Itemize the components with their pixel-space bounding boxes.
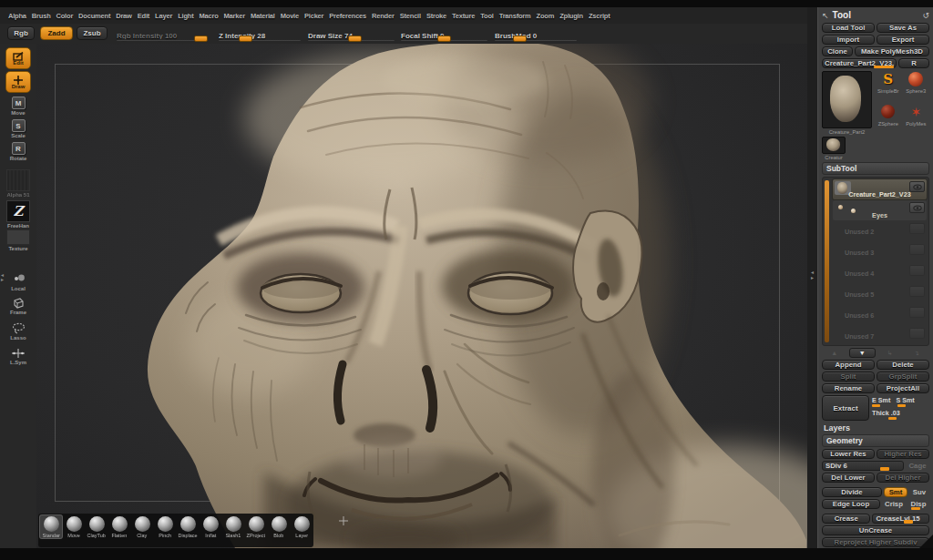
menu-item-zplugin[interactable]: Zplugin [559, 12, 583, 20]
subtool-item-unused2[interactable]: Unused 2 [833, 221, 927, 241]
brush-blob[interactable]: Blob [268, 515, 290, 538]
zsub-button[interactable]: Zsub [77, 26, 108, 40]
z-intensity-slider[interactable]: Z Intensity 28 [219, 25, 301, 42]
menu-item-marker[interactable]: Marker [224, 12, 245, 20]
menu-item-preferences[interactable]: Preferences [329, 12, 366, 20]
visibility-eye-icon[interactable] [909, 223, 925, 234]
draw-size-slider[interactable]: Draw Size 74 [308, 25, 395, 42]
import-button[interactable]: Import [822, 35, 875, 45]
subtool-item-unused3[interactable]: Unused 3 [833, 242, 927, 262]
subtool-item-creature[interactable]: Creature_Part2_V23 [833, 179, 927, 199]
focal-shift-slider[interactable]: Focal Shift 0 [401, 25, 487, 42]
crease-button[interactable]: Crease [822, 514, 870, 524]
document-canvas[interactable]: Standar Move ClayTub Flatten Clay Pinch [36, 44, 807, 548]
split-button[interactable]: Split [822, 372, 875, 382]
edit-mode-button[interactable]: Edit [5, 47, 32, 69]
move-mode-button[interactable]: M Move [5, 97, 32, 116]
sculpt-viewport[interactable] [36, 44, 807, 548]
visibility-eye-icon[interactable] [909, 265, 925, 276]
reproject-higher-subdiv-button[interactable]: Reproject Higher Subdiv [822, 537, 929, 547]
menu-item-brush[interactable]: Brush [32, 12, 51, 20]
brush-move[interactable]: Move [63, 515, 85, 538]
brush-layer[interactable]: Layer [291, 515, 313, 538]
tool-polymesh[interactable]: ✶ PolyMes [903, 104, 930, 136]
subtool-section-header[interactable]: SubTool [822, 162, 929, 175]
lower-res-button[interactable]: Lower Res [822, 449, 875, 459]
menu-item-transform[interactable]: Transform [499, 12, 531, 20]
make-polymesh3d-button[interactable]: Make PolyMesh3D [855, 46, 929, 56]
clone-button[interactable]: Clone [822, 46, 853, 56]
menu-item-material[interactable]: Material [251, 12, 275, 20]
frame-button[interactable]: Frame [5, 297, 32, 315]
brush-standard[interactable]: Standar [40, 515, 62, 538]
extract-button[interactable]: Extract [822, 395, 869, 421]
menu-item-stroke[interactable]: Stroke [426, 12, 446, 20]
rgb-intensity-slider[interactable]: Rgb Intensity 100 [117, 25, 208, 42]
menu-item-zscript[interactable]: Zscript [589, 12, 610, 20]
visibility-eye-icon[interactable] [909, 307, 925, 318]
uncrease-button[interactable]: UnCrease [822, 525, 929, 535]
brush-flatten[interactable]: Flatten [108, 515, 130, 538]
brush-pinch[interactable]: Pinch [154, 515, 176, 538]
disp-slider[interactable]: Disp [907, 499, 929, 509]
slider-handle[interactable] [437, 36, 451, 42]
menu-item-edit[interactable]: Edit [138, 12, 149, 20]
creaselvl-slider[interactable]: CreaseLvl 15 [872, 514, 929, 524]
active-tool-button[interactable]: Creature_Part2_V23. [822, 58, 897, 68]
right-tray-divider[interactable]: ◂▸ [807, 7, 817, 548]
subtool-item-unused6[interactable]: Unused 6 [833, 305, 927, 325]
suv-toggle[interactable]: Suv [909, 487, 929, 497]
creature-head-model[interactable] [148, 44, 807, 548]
creaselvl-handle[interactable] [904, 520, 913, 524]
sdiv-handle[interactable] [880, 467, 889, 471]
slider-handle[interactable] [194, 36, 208, 42]
left-tray-divider-toggle[interactable]: ◂▸ [1, 273, 4, 282]
menu-item-document[interactable]: Document [78, 12, 110, 20]
brush-displace[interactable]: Displace [177, 515, 199, 538]
palette-restore-icon[interactable]: ↺ [922, 11, 929, 20]
brush-clay[interactable]: Clay [131, 515, 153, 538]
projectall-button[interactable]: ProjectAll [877, 383, 929, 393]
cage-button[interactable]: Cage [906, 461, 929, 471]
menu-item-movie[interactable]: Movie [281, 12, 299, 20]
brush-slash1[interactable]: Slash1 [222, 515, 244, 538]
e-smt-slider[interactable]: E Smt [872, 396, 890, 407]
texture-picker[interactable]: Texture [5, 229, 32, 251]
menu-item-layer[interactable]: Layer [155, 12, 172, 20]
sdiv-slider[interactable]: SDiv 6 [822, 461, 904, 471]
rotate-mode-button[interactable]: R Rotate [5, 142, 32, 161]
menu-item-alpha[interactable]: Alpha [8, 12, 26, 20]
menu-item-stencil[interactable]: Stencil [400, 12, 421, 20]
menu-item-macro[interactable]: Macro [199, 12, 218, 20]
slider-handle[interactable] [513, 36, 527, 42]
tool-zsphere[interactable]: ZSphere [875, 104, 902, 136]
menu-item-texture[interactable]: Texture [452, 12, 475, 20]
scale-mode-button[interactable]: S Scale [5, 119, 32, 138]
local-button[interactable]: Local [5, 273, 32, 291]
subtool-copy-icon[interactable]: ↳ [877, 350, 903, 357]
crisp-toggle[interactable]: Crisp [882, 499, 906, 509]
panel-corner-fold[interactable] [919, 535, 933, 548]
load-tool-button[interactable]: Load Tool [822, 23, 875, 33]
thick-slider[interactable]: Thick .03 [872, 409, 929, 420]
tray-divider-toggle-icon[interactable]: ◂▸ [808, 270, 816, 280]
subtool-item-eyes[interactable]: Eyes [833, 200, 927, 220]
menu-item-draw[interactable]: Draw [116, 12, 132, 20]
current-tool-thumbnail[interactable]: Creature_Part2 [822, 71, 872, 135]
divide-button[interactable]: Divide [822, 487, 882, 497]
lsym-button[interactable]: L.Sym [5, 348, 32, 365]
alpha-picker[interactable]: Alpha 51 [5, 169, 32, 198]
layers-palette-header[interactable]: Layers [822, 423, 929, 433]
menu-item-light[interactable]: Light [178, 12, 193, 20]
visibility-eye-icon[interactable] [909, 286, 925, 297]
del-lower-button[interactable]: Del Lower [822, 473, 875, 483]
r-button[interactable]: R [898, 58, 929, 68]
slider-handle[interactable] [348, 36, 362, 42]
del-higher-button[interactable]: Del Higher [877, 473, 929, 483]
menu-item-zoom[interactable]: Zoom [537, 12, 555, 20]
menu-item-color[interactable]: Color [56, 12, 74, 20]
tool-simplebrush[interactable]: S SimpleBr [875, 71, 902, 103]
s-smt-slider[interactable]: S Smt [896, 396, 914, 407]
subtool-item-unused7[interactable]: Unused 7 [833, 326, 927, 346]
zadd-button[interactable]: Zadd [40, 26, 73, 40]
